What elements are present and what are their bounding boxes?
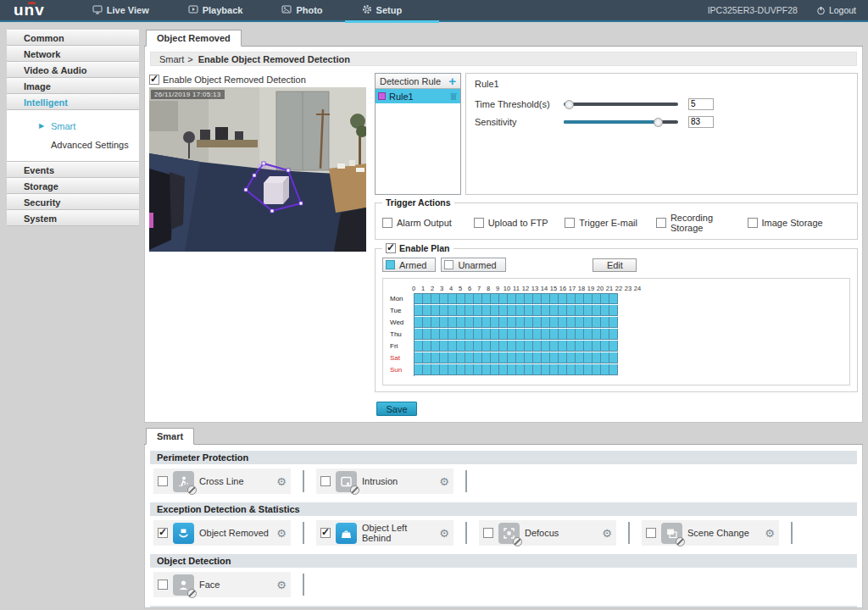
nav-label: Photo bbox=[296, 5, 322, 15]
gear-icon bbox=[362, 4, 372, 16]
recording-storage-checkbox[interactable] bbox=[656, 218, 666, 228]
breadcrumb: Smart>Enable Object Removed Detection bbox=[150, 52, 857, 66]
armed-label: Armed bbox=[399, 260, 426, 270]
feature-label: Object Removed bbox=[199, 528, 271, 538]
nav-label: Playback bbox=[203, 5, 243, 15]
submenu-item-advanced-settings[interactable]: Advanced Settings bbox=[7, 136, 139, 154]
cross-line-settings-gear-icon[interactable] bbox=[276, 476, 287, 487]
rule-settings-title: Rule1 bbox=[475, 79, 849, 89]
sensitivity-slider[interactable] bbox=[564, 120, 678, 124]
nav-photo[interactable]: Photo bbox=[275, 0, 329, 21]
schedule-day-cells[interactable] bbox=[414, 317, 618, 329]
option-label: Recording Storage bbox=[670, 213, 748, 233]
divider bbox=[628, 522, 630, 544]
save-button[interactable]: Save bbox=[376, 402, 417, 416]
schedule-day-cells[interactable] bbox=[414, 293, 618, 305]
divider bbox=[303, 574, 304, 596]
feature-scene-change: Scene Change bbox=[642, 520, 779, 546]
sidebar-item-image[interactable]: Image bbox=[7, 78, 139, 94]
enable-plan-label: Enable Plan bbox=[399, 243, 450, 253]
object-removed-settings-gear-icon[interactable] bbox=[276, 528, 287, 539]
sidebar-item-system[interactable]: System bbox=[7, 210, 139, 226]
preview-timestamp: 26/11/2019 17:05:13 bbox=[151, 90, 225, 99]
sidebar-item-network[interactable]: Network bbox=[7, 46, 139, 62]
object-removed-checkbox[interactable] bbox=[158, 528, 168, 538]
submenu-label: Smart bbox=[51, 121, 75, 131]
upload-ftp-checkbox[interactable] bbox=[474, 218, 484, 228]
sidebar-item-video-audio[interactable]: Video & Audio bbox=[7, 62, 139, 78]
detection-rule-header: Detection Rule bbox=[380, 76, 441, 86]
tab-object-removed[interactable]: Object Removed bbox=[146, 30, 242, 47]
feature-object-removed: Object Removed bbox=[153, 520, 291, 546]
image-storage-checkbox[interactable] bbox=[748, 218, 758, 228]
page-body: Common Network Video & Audio Image Intel… bbox=[0, 22, 868, 608]
nav-label: Setup bbox=[376, 5, 403, 15]
edit-plan-button[interactable]: Edit bbox=[593, 258, 637, 272]
schedule-box: 0123456789101112131415161718192021222324… bbox=[382, 278, 850, 385]
schedule-day-label: Wed bbox=[388, 317, 414, 329]
sidebar-item-intelligent[interactable]: Intelligent bbox=[7, 94, 139, 110]
sidebar-item-storage[interactable]: Storage bbox=[7, 178, 139, 194]
schedule-day-cells[interactable] bbox=[414, 352, 618, 364]
enable-plan-fieldset: Enable Plan Armed Unarmed Edit bbox=[375, 243, 858, 392]
nav-live-view[interactable]: Live View bbox=[86, 0, 156, 21]
cross-line-checkbox[interactable] bbox=[158, 476, 168, 486]
rule-list-item[interactable]: Rule1 bbox=[376, 89, 460, 103]
sidebar-item-common[interactable]: Common bbox=[7, 30, 139, 46]
unarmed-button[interactable]: Unarmed bbox=[441, 258, 505, 272]
defocus-checkbox[interactable] bbox=[483, 528, 493, 538]
nav-playback[interactable]: Playback bbox=[181, 0, 250, 21]
intrusion-checkbox[interactable] bbox=[320, 476, 331, 486]
face-checkbox[interactable] bbox=[158, 580, 168, 590]
scene-change-checkbox[interactable] bbox=[646, 528, 656, 538]
main-nav: Live View Playback Photo Setup bbox=[86, 0, 409, 21]
defocus-settings-gear-icon[interactable] bbox=[602, 528, 612, 539]
schedule-day-cells[interactable] bbox=[414, 305, 618, 317]
option-label: Alarm Output bbox=[397, 218, 452, 228]
feature-label: Cross Line bbox=[199, 476, 271, 486]
breadcrumb-current: Enable Object Removed Detection bbox=[198, 54, 350, 64]
schedule-day-cells[interactable] bbox=[414, 329, 618, 341]
unarmed-label: Unarmed bbox=[458, 260, 496, 270]
logout-label: Logout bbox=[829, 5, 856, 15]
schedule-day-label: Mon bbox=[388, 293, 414, 305]
trigger-alarm-output: Alarm Output bbox=[382, 213, 474, 233]
preview-rule-tag: #1 bbox=[258, 162, 265, 169]
logout-button[interactable]: Logout bbox=[816, 5, 856, 15]
camera-preview[interactable]: 26/11/2019 17:05:13 #1 bbox=[149, 87, 366, 252]
object-left-behind-settings-gear-icon[interactable] bbox=[439, 528, 449, 539]
sidebar-item-security[interactable]: Security bbox=[7, 194, 139, 210]
section-header-exception: Exception Detection & Statistics bbox=[150, 502, 857, 516]
divider bbox=[465, 522, 467, 544]
rule-color-swatch bbox=[378, 92, 386, 100]
enable-detection-checkbox[interactable] bbox=[149, 75, 159, 85]
sensitivity-input[interactable] bbox=[688, 116, 714, 128]
alarm-output-checkbox[interactable] bbox=[382, 218, 392, 228]
option-label: Upload to FTP bbox=[488, 218, 548, 228]
submenu-item-smart[interactable]: ▶ Smart bbox=[7, 117, 139, 136]
preview-column: Enable Object Removed Detection bbox=[149, 73, 370, 416]
tab-smart[interactable]: Smart bbox=[146, 428, 194, 445]
enable-plan-checkbox[interactable] bbox=[386, 243, 396, 253]
option-label: Trigger E-mail bbox=[579, 218, 637, 228]
armed-button[interactable]: Armed bbox=[382, 258, 436, 272]
nav-setup[interactable]: Setup bbox=[355, 0, 409, 21]
schedule-day-label: Fri bbox=[388, 341, 414, 352]
sidebar-item-events[interactable]: Events bbox=[7, 162, 139, 178]
face-settings-gear-icon[interactable] bbox=[276, 580, 287, 591]
trigger-email-checkbox[interactable] bbox=[565, 218, 575, 228]
schedule-day-cells[interactable] bbox=[414, 341, 618, 352]
intrusion-settings-gear-icon[interactable] bbox=[439, 476, 449, 487]
monitor-icon bbox=[92, 4, 103, 16]
breadcrumb-separator: > bbox=[187, 54, 192, 64]
settings-column: Detection Rule + Rule1 Rule1 bbox=[375, 73, 858, 416]
face-icon bbox=[173, 574, 194, 596]
schedule-day-cells[interactable] bbox=[414, 364, 618, 376]
delete-rule-icon[interactable] bbox=[449, 92, 458, 101]
sidebar: Common Network Video & Audio Image Intel… bbox=[7, 30, 139, 608]
add-rule-button[interactable]: + bbox=[448, 75, 456, 87]
time-threshold-slider[interactable] bbox=[564, 103, 678, 106]
time-threshold-input[interactable] bbox=[688, 98, 714, 110]
object-left-behind-checkbox[interactable] bbox=[320, 528, 331, 538]
scene-change-settings-gear-icon[interactable] bbox=[765, 528, 775, 539]
